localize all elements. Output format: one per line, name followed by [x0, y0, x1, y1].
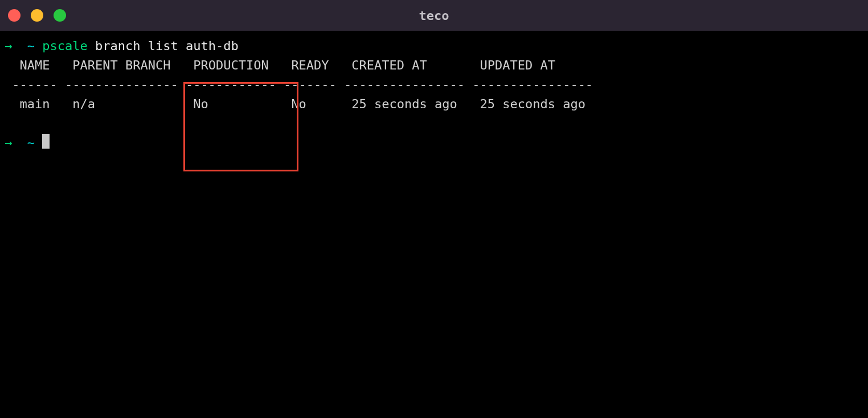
- col-production-header: PRODUCTION: [193, 58, 268, 72]
- table-separator: ------ --------------- ------------ ----…: [5, 75, 863, 95]
- terminal-area[interactable]: → ~ pscale branch list auth-db NAME PARE…: [0, 31, 868, 159]
- window-title: teco: [419, 9, 449, 23]
- traffic-lights: [8, 9, 66, 22]
- command-line: → ~ pscale branch list auth-db: [5, 36, 863, 56]
- cell-production: No: [193, 97, 208, 111]
- window-titlebar: teco: [0, 0, 868, 31]
- prompt-arrow: →: [5, 39, 12, 53]
- cell-updated-at: 25 seconds ago: [480, 97, 586, 111]
- prompt-tilde: ~: [27, 136, 35, 150]
- table-row: main n/a No No 25 seconds ago 25 seconds…: [5, 95, 863, 114]
- maximize-button[interactable]: [54, 9, 66, 22]
- col-ready-header: READY: [291, 58, 329, 72]
- prompt-arrow: →: [5, 136, 12, 150]
- cell-created-at: 25 seconds ago: [351, 97, 457, 111]
- prompt-tilde: ~: [27, 39, 35, 53]
- col-name-header: NAME: [20, 58, 50, 72]
- col-created-header: CREATED AT: [351, 58, 427, 72]
- blank-line: [5, 114, 863, 133]
- close-button[interactable]: [8, 9, 21, 22]
- command-args: branch list auth-db: [95, 39, 239, 53]
- prompt-line: → ~: [5, 133, 863, 153]
- table-header-row: NAME PARENT BRANCH PRODUCTION READY CREA…: [5, 56, 863, 75]
- cursor: [42, 134, 50, 149]
- col-parent-header: PARENT BRANCH: [72, 58, 170, 72]
- cell-ready: No: [291, 97, 306, 111]
- cell-parent-branch: n/a: [72, 97, 95, 111]
- col-updated-header: UPDATED AT: [480, 58, 555, 72]
- minimize-button[interactable]: [31, 9, 43, 22]
- cell-name: main: [20, 97, 50, 111]
- command-name: pscale: [42, 39, 87, 53]
